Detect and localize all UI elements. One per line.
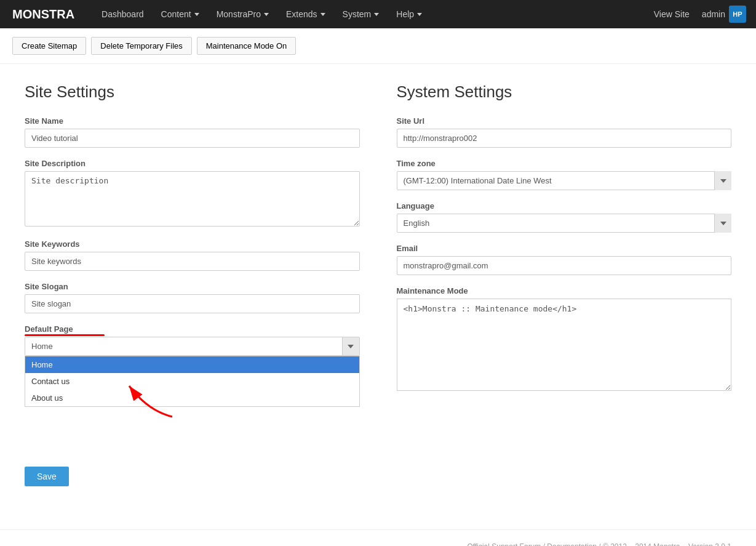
time-zone-field: Time zone (GMT-12:00) International Date…	[397, 159, 732, 190]
default-page-label: Default Page	[25, 324, 360, 334]
view-site-link[interactable]: View Site	[648, 9, 696, 19]
site-slogan-field: Site Slogan	[25, 282, 360, 313]
maintenance-mode-label: Maintenance Mode	[397, 286, 732, 295]
maintenance-mode-button[interactable]: Maintenance Mode On	[197, 37, 296, 55]
dropdown-item-about-us[interactable]: About us	[25, 390, 359, 406]
default-page-container: Home Contact us About us	[25, 337, 360, 356]
brand[interactable]: MONSTRA	[6, 7, 81, 22]
email-label: Email	[397, 244, 732, 253]
site-description-input[interactable]: Site description	[25, 171, 360, 227]
save-button[interactable]: Save	[25, 467, 69, 486]
site-name-field: Site Name	[25, 116, 360, 148]
toolbar: Create Sitemap Delete Temporary Files Ma…	[0, 28, 756, 64]
nav-system[interactable]: System	[334, 0, 388, 28]
nav-help[interactable]: Help	[388, 0, 431, 28]
site-settings-section: Site Settings Site Name Site Description…	[25, 82, 360, 486]
footer: Official Support Forum / Documentation /…	[0, 529, 756, 546]
language-label: Language	[397, 201, 732, 211]
caret-icon	[417, 13, 422, 16]
email-input[interactable]	[397, 256, 732, 275]
system-settings-title: System Settings	[397, 82, 732, 102]
maintenance-mode-field: Maintenance Mode <h1>Monstra :: Maintena…	[397, 286, 732, 393]
site-name-label: Site Name	[25, 116, 360, 126]
site-keywords-field: Site Keywords	[25, 239, 360, 271]
language-select-wrapper: English	[397, 214, 732, 233]
site-slogan-input[interactable]	[25, 294, 360, 313]
dropdown-item-home[interactable]: Home	[25, 356, 359, 373]
caret-icon	[264, 13, 269, 16]
site-description-field: Site Description Site description	[25, 159, 360, 228]
default-page-input-wrapper	[25, 337, 360, 356]
site-url-input[interactable]	[397, 129, 732, 148]
delete-temp-files-button[interactable]: Delete Temporary Files	[91, 37, 191, 55]
caret-icon	[374, 13, 379, 16]
footer-text: Official Support Forum / Documentation /…	[467, 542, 731, 546]
language-select[interactable]: English	[397, 214, 732, 233]
navbar: MONSTRA Dashboard Content MonstraPro Ext…	[0, 0, 756, 28]
nav-dashboard[interactable]: Dashboard	[93, 0, 153, 28]
time-zone-label: Time zone	[397, 159, 732, 168]
dropdown-item-contact-us[interactable]: Contact us	[25, 373, 359, 390]
time-zone-select-wrapper: (GMT-12:00) International Date Line West	[397, 171, 732, 190]
avatar: HP	[729, 6, 746, 23]
create-sitemap-button[interactable]: Create Sitemap	[12, 37, 86, 55]
caret-icon	[320, 13, 325, 16]
site-keywords-label: Site Keywords	[25, 239, 360, 249]
site-keywords-input[interactable]	[25, 252, 360, 271]
chevron-down-icon	[348, 345, 354, 348]
maintenance-mode-input[interactable]: <h1>Monstra :: Maintenance mode</h1>	[397, 299, 732, 391]
default-page-input[interactable]	[25, 337, 342, 355]
site-url-label: Site Url	[397, 116, 732, 126]
nav-content[interactable]: Content	[153, 0, 208, 28]
site-settings-title: Site Settings	[25, 82, 360, 102]
caret-icon	[194, 13, 199, 16]
nav-extends[interactable]: Extends	[277, 0, 334, 28]
default-page-dropdown-btn[interactable]	[342, 337, 359, 355]
site-slogan-label: Site Slogan	[25, 282, 360, 291]
nav-right: View Site admin HP	[648, 6, 750, 23]
admin-menu[interactable]: admin HP	[702, 6, 750, 23]
default-page-field: Default Page Home Contact us About us	[25, 324, 360, 356]
email-field: Email	[397, 244, 732, 275]
system-settings-section: System Settings Site Url Time zone (GMT-…	[397, 82, 732, 486]
nav-items: Dashboard Content MonstraPro Extends Sys…	[93, 0, 648, 28]
site-url-field: Site Url	[397, 116, 732, 148]
language-field: Language English	[397, 201, 732, 233]
main-content: Site Settings Site Name Site Description…	[0, 64, 756, 505]
nav-monstrapro[interactable]: MonstraPro	[208, 0, 277, 28]
default-page-dropdown: Home Contact us About us	[25, 356, 360, 407]
time-zone-select[interactable]: (GMT-12:00) International Date Line West	[397, 171, 732, 190]
site-name-input[interactable]	[25, 129, 360, 148]
site-description-label: Site Description	[25, 159, 360, 168]
